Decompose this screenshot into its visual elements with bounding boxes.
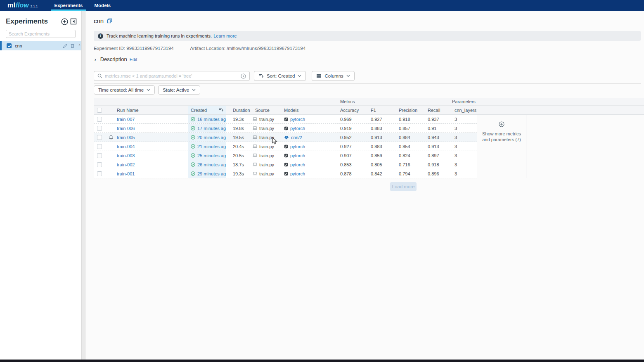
- run-name-link[interactable]: train-006: [117, 126, 135, 131]
- col-f1[interactable]: F1: [367, 106, 395, 114]
- run-source-cell[interactable]: train.py: [252, 169, 281, 178]
- list-scrollbar-arrow[interactable]: ▲: [78, 43, 81, 46]
- run-precision: 0.824: [395, 151, 424, 160]
- run-model-link[interactable]: pytorch: [290, 171, 305, 176]
- run-models-cell[interactable]: pytorch: [281, 151, 337, 160]
- run-created-link[interactable]: 17 minutes ago: [197, 126, 226, 131]
- tab-models[interactable]: Models: [89, 0, 117, 11]
- learn-more-link[interactable]: Learn more: [213, 33, 237, 38]
- col-duration[interactable]: Duration: [226, 106, 252, 114]
- run-created-cell[interactable]: 29 minutes ago: [188, 169, 226, 178]
- run-source-cell[interactable]: train.py: [252, 133, 281, 142]
- tab-experiments[interactable]: Experiments: [48, 0, 88, 11]
- run-created-cell[interactable]: 16 minutes ago: [188, 115, 226, 123]
- copy-icon[interactable]: [107, 18, 112, 24]
- search-experiments-input[interactable]: [6, 30, 76, 38]
- run-created-link[interactable]: 29 minutes ago: [197, 171, 226, 176]
- time-created-filter[interactable]: Time created: All time: [94, 85, 155, 95]
- chevron-right-icon[interactable]: ›: [95, 57, 96, 62]
- run-created-cell[interactable]: 26 minutes ago: [188, 160, 226, 169]
- run-model-link[interactable]: pytorch: [290, 162, 305, 167]
- banner-text: Track machine learning training runs in …: [107, 33, 212, 38]
- add-experiment-button[interactable]: [61, 18, 68, 25]
- run-checkbox[interactable]: [97, 117, 102, 122]
- run-created-cell[interactable]: 25 minutes ago: [188, 151, 226, 160]
- delete-experiment-icon[interactable]: [70, 43, 75, 48]
- run-row[interactable]: train-002 26 minutes ago 18.7s train.py …: [94, 160, 477, 169]
- run-created-cell[interactable]: 17 minutes ago: [188, 124, 226, 132]
- columns-button[interactable]: Columns: [312, 71, 354, 81]
- run-model-link[interactable]: pytorch: [290, 144, 305, 149]
- run-name-link[interactable]: train-004: [117, 144, 135, 149]
- run-source-cell[interactable]: train.py: [252, 160, 281, 169]
- run-models-cell[interactable]: pytorch: [281, 124, 337, 132]
- description-edit-link[interactable]: Edit: [130, 57, 137, 62]
- run-checkbox[interactable]: [97, 171, 102, 176]
- chevron-down-icon: [147, 89, 150, 91]
- run-model-link[interactable]: pytorch: [290, 153, 305, 158]
- run-finished-icon: [191, 162, 195, 167]
- run-row[interactable]: train-003 25 minutes ago 20.5s train.py …: [94, 151, 477, 160]
- run-models-cell[interactable]: pytorch: [281, 142, 337, 151]
- run-name-link[interactable]: train-007: [117, 117, 135, 122]
- run-finished-icon: [191, 171, 195, 176]
- col-cnn-layers[interactable]: cnn_layers: [451, 106, 477, 114]
- run-created-cell[interactable]: 21 minutes ago: [188, 142, 226, 151]
- run-checkbox[interactable]: [97, 135, 102, 140]
- sidebar-item-cnn[interactable]: cnn ▲: [0, 41, 81, 50]
- run-name-link[interactable]: train-001: [117, 171, 135, 176]
- col-run-name[interactable]: Run Name: [117, 106, 188, 114]
- state-filter[interactable]: State: Active: [158, 85, 200, 95]
- run-model-link[interactable]: pytorch: [290, 126, 305, 131]
- run-model-link[interactable]: cnn/2: [291, 135, 302, 140]
- run-created-link[interactable]: 26 minutes ago: [197, 162, 226, 167]
- col-accuracy[interactable]: Accuracy: [337, 106, 367, 114]
- run-name-link[interactable]: train-002: [117, 162, 135, 167]
- run-source-cell[interactable]: train.py: [252, 142, 281, 151]
- run-checkbox[interactable]: [97, 126, 102, 131]
- run-row[interactable]: train-005 20 minutes ago 19.5s train.py …: [94, 133, 477, 142]
- run-model-link[interactable]: pytorch: [290, 117, 305, 122]
- collapse-sidebar-button[interactable]: [70, 18, 77, 25]
- run-source-cell[interactable]: train.py: [252, 151, 281, 160]
- run-created-link[interactable]: 16 minutes ago: [197, 117, 226, 122]
- run-row[interactable]: train-004 21 minutes ago 20.4s train.py …: [94, 142, 477, 151]
- run-row[interactable]: train-001 29 minutes ago 19.3s train.py …: [94, 169, 477, 178]
- run-source-cell[interactable]: train.py: [252, 124, 281, 132]
- select-all-checkbox[interactable]: [97, 108, 102, 113]
- load-more-button[interactable]: Load more: [390, 182, 417, 191]
- run-created-link[interactable]: 21 minutes ago: [197, 144, 226, 149]
- col-created[interactable]: Created: [188, 106, 226, 114]
- run-checkbox[interactable]: [97, 153, 102, 158]
- run-models-cell[interactable]: pytorch: [281, 160, 337, 169]
- edit-experiment-icon[interactable]: [63, 43, 68, 48]
- col-source[interactable]: Source: [252, 106, 281, 114]
- run-name-link[interactable]: train-005: [117, 135, 135, 140]
- mlflow-logo[interactable]: mlflow 2.1.1: [7, 2, 38, 9]
- run-checkbox[interactable]: [97, 162, 102, 167]
- show-more-panel[interactable]: Show more metrics and parameters (7): [477, 115, 526, 178]
- run-checkbox[interactable]: [97, 144, 102, 149]
- run-f1: 0.883: [367, 124, 395, 132]
- run-search-input[interactable]: [105, 73, 241, 78]
- run-created-link[interactable]: 20 minutes ago: [197, 135, 226, 140]
- search-info-icon[interactable]: [241, 73, 246, 79]
- run-search-box[interactable]: [94, 71, 250, 81]
- run-models-cell[interactable]: cnn/2: [281, 133, 337, 142]
- created-sort-icon[interactable]: [219, 108, 224, 112]
- run-models-cell[interactable]: pytorch: [281, 169, 337, 178]
- sidebar-main-divider[interactable]: [81, 11, 85, 360]
- run-name-link[interactable]: train-003: [117, 153, 135, 158]
- run-created-link[interactable]: 25 minutes ago: [197, 153, 226, 158]
- sort-button[interactable]: Sort: Created: [254, 71, 306, 81]
- col-models[interactable]: Models: [281, 106, 337, 114]
- run-created-cell[interactable]: 20 minutes ago: [188, 133, 226, 142]
- col-precision[interactable]: Precision: [395, 106, 424, 114]
- run-row[interactable]: train-007 16 minutes ago 19.3s train.py …: [94, 115, 477, 124]
- run-source-cell[interactable]: train.py: [252, 115, 281, 123]
- col-recall[interactable]: Recall: [424, 106, 451, 114]
- experiment-checkbox[interactable]: [7, 43, 12, 48]
- parameters-group-header: Parameters: [452, 99, 476, 104]
- run-models-cell[interactable]: pytorch: [281, 115, 337, 123]
- run-row[interactable]: train-006 17 minutes ago 19.8s train.py …: [94, 124, 477, 133]
